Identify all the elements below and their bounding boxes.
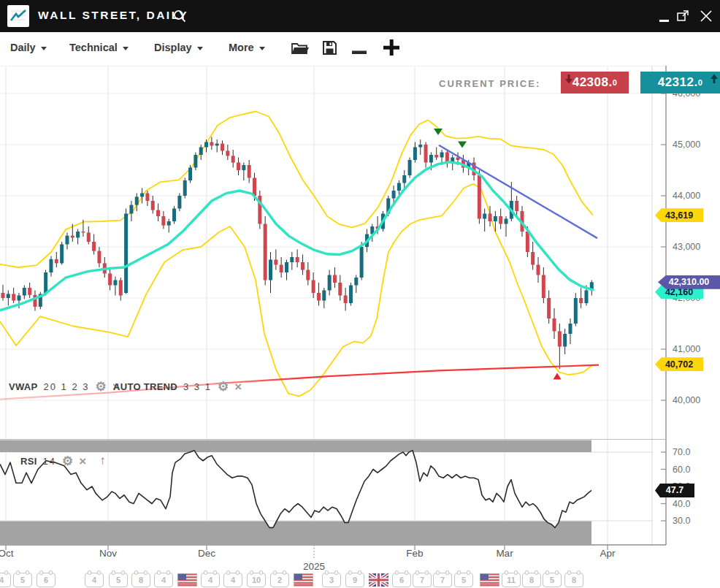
us-flag-event-icon[interactable] [294, 573, 313, 587]
price-axis-tick-label: 45,000 [673, 140, 700, 150]
rsi-collapse-arrow-icon[interactable]: ↑ [99, 454, 106, 468]
price-down-arrow-icon [564, 75, 573, 85]
auto-trend-remove-close-icon[interactable]: × [234, 381, 242, 393]
calendar-event-icon[interactable]: 2 [270, 573, 289, 587]
more-dropdown-label: More [229, 42, 254, 53]
last-price-value-badge: 42,310.00 [658, 275, 720, 289]
timeframe-dropdown-label: Daily [10, 42, 36, 53]
calendar-event-icon[interactable]: 8 [564, 573, 583, 587]
price-axis-tick-label: 44,000 [673, 191, 700, 201]
calendar-event-icon[interactable]: 8 [522, 573, 541, 587]
calendar-event-icon[interactable]: 7 [413, 573, 432, 587]
price-up-arrow-icon [710, 74, 719, 84]
window-title: WALL STREET, DAILY [38, 9, 188, 22]
calendar-event-icon[interactable]: 3 [322, 573, 341, 587]
auto-trend-params: 3 3 1 [183, 381, 212, 392]
us-flag-event-icon[interactable] [177, 573, 197, 587]
search-icon[interactable] [173, 9, 187, 26]
vwap-indicator-label: VWAP 20 1 2 3 ⚙ × [9, 381, 120, 393]
rsi-axis-tick-label: 40.0 [673, 499, 690, 509]
chevron-down-icon [197, 47, 203, 50]
timeframe-dropdown[interactable]: Daily [10, 42, 47, 53]
rsi-params: 14 [43, 456, 56, 467]
grid-lines [0, 66, 666, 544]
calendar-event-icon[interactable]: 6 [37, 573, 55, 587]
zoom-out-minus-icon[interactable] [351, 45, 367, 58]
bollinger-upper-value-badge: 43,619 [655, 208, 703, 222]
chevron-down-icon [123, 47, 129, 50]
us-flag-event-icon[interactable] [480, 573, 499, 587]
month-axis-label: Nov [99, 548, 117, 559]
zoom-in-plus-icon[interactable] [383, 39, 400, 59]
popout-button[interactable] [676, 9, 691, 23]
month-axis-label: Dec [198, 548, 215, 559]
month-axis-label: Apr [600, 548, 615, 559]
buy-signal-arrow-icon [554, 373, 562, 380]
calendar-event-icon[interactable]: 5 [109, 573, 128, 587]
price-axis-tick-label: 41,000 [673, 344, 700, 354]
calendar-event-icon[interactable]: 10 [247, 573, 266, 587]
current-price-label: CURRENT PRICE: [439, 78, 540, 89]
vwap-params: 20 1 2 3 [43, 381, 89, 392]
vwap-name: VWAP [9, 381, 37, 392]
calendar-event-icon[interactable]: 5 [13, 573, 32, 587]
technical-dropdown-label: Technical [69, 42, 118, 53]
price-axis-tick-label: 43,000 [673, 242, 700, 252]
window-titlebar: WALL STREET, DAILY [0, 0, 720, 32]
calendar-event-icon[interactable]: 9 [345, 573, 364, 587]
calendar-event-icon[interactable]: 4 [201, 573, 220, 587]
calendar-event-icon[interactable]: 4 [85, 573, 104, 587]
month-axis-label: Feb [406, 548, 423, 559]
vwap-settings-gear-icon[interactable]: ⚙ [95, 381, 106, 393]
display-dropdown[interactable]: Display [154, 42, 203, 53]
minimize-button[interactable] [659, 20, 669, 22]
rsi-axis-tick-label: 70.0 [673, 447, 690, 457]
calendar-event-icon[interactable]: 5 [454, 573, 473, 587]
offer-price-badge: 42312.0 [640, 72, 720, 93]
calendar-event-icon[interactable]: 7 [433, 573, 452, 587]
price-axis-tick-label: 40,000 [673, 395, 700, 405]
rsi-axis-tick-label: 30.0 [673, 516, 690, 526]
month-axis-label: Oct [0, 548, 14, 559]
open-folder-icon[interactable] [291, 41, 310, 58]
calendar-event-icon[interactable]: 11 [502, 573, 521, 587]
chart-toolbar: Daily Technical Display More CURRENT PRI… [0, 32, 720, 66]
rsi-pane [0, 401, 591, 573]
month-axis-label: Mar [496, 548, 513, 559]
technical-dropdown[interactable]: Technical [69, 42, 129, 53]
display-dropdown-label: Display [154, 42, 192, 53]
bollinger-bands [0, 112, 593, 397]
rsi-remove-close-icon[interactable]: × [79, 455, 86, 467]
axes-frame [0, 66, 666, 560]
rsi-settings-gear-icon[interactable]: ⚙ [62, 455, 73, 467]
chevron-down-icon [41, 47, 47, 50]
calendar-event-icon[interactable]: 4 [223, 573, 242, 587]
calendar-event-icon[interactable]: 5 [543, 573, 562, 587]
bid-price-badge: 42308.0 [561, 72, 629, 93]
bollinger-lower-value-badge: 40,702 [655, 357, 703, 371]
auto-trend-name: AUTO TREND [113, 381, 177, 392]
chevron-down-icon [259, 47, 265, 50]
rsi-value-badge: 47.7 [655, 484, 694, 497]
auto-trend-settings-gear-icon[interactable]: ⚙ [218, 381, 229, 393]
year-axis-label: 2025 [303, 561, 325, 572]
calendar-event-icon[interactable]: 6 [392, 573, 411, 587]
calendar-event-icon[interactable]: 4 [154, 573, 173, 587]
save-floppy-icon[interactable] [322, 40, 337, 58]
calendar-event-icon[interactable]: 4 [0, 573, 11, 587]
rsi-indicator-label: RSI 14 ⚙ × ↑ [20, 454, 106, 468]
chart-app-icon [7, 5, 29, 27]
rsi-axis-tick-label: 60.0 [673, 465, 690, 475]
rsi-name: RSI [20, 456, 37, 467]
auto-trend-indicator-label: AUTO TREND 3 3 1 ⚙ × [113, 381, 242, 393]
uk-flag-event-icon[interactable] [369, 573, 388, 587]
more-dropdown[interactable]: More [229, 42, 265, 53]
calendar-event-icon[interactable]: 8 [131, 573, 150, 587]
auto-trendline [439, 145, 597, 238]
close-button[interactable] [699, 9, 713, 23]
